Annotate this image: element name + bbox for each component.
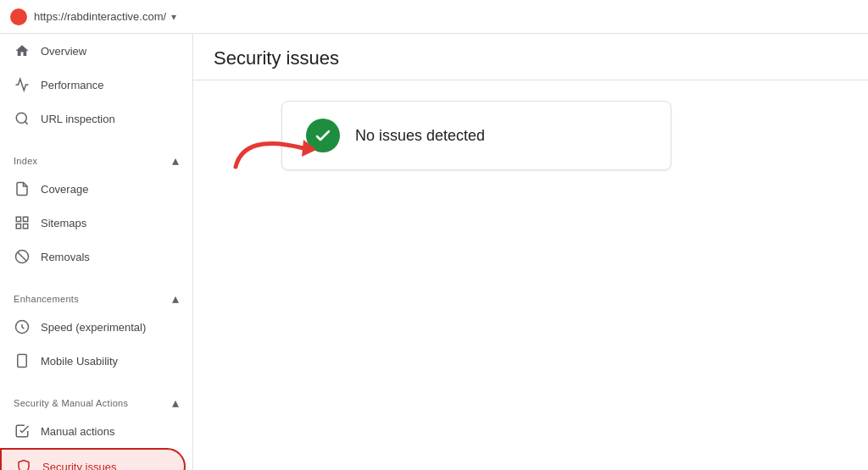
- performance-icon: [14, 76, 31, 93]
- performance-label: Performance: [41, 79, 103, 91]
- index-chevron[interactable]: ▴: [172, 152, 179, 169]
- check-circle: [306, 119, 340, 152]
- sidebar-item-removals[interactable]: Removals: [0, 240, 186, 274]
- overview-label: Overview: [41, 45, 86, 58]
- sidebar-item-coverage[interactable]: Coverage: [0, 172, 186, 206]
- speed-label: Speed (experimental): [41, 321, 146, 334]
- sitemaps-icon: [14, 214, 31, 231]
- sidebar-item-sitemaps[interactable]: Sitemaps: [0, 206, 186, 240]
- enhancements-section-header: Enhancements ▴: [0, 280, 192, 310]
- manual-actions-icon: [14, 423, 31, 440]
- home-icon: [14, 42, 31, 59]
- svg-line-1: [25, 121, 27, 124]
- site-url: https://rabdinteractive.com/: [34, 10, 166, 23]
- coverage-label: Coverage: [41, 183, 88, 196]
- removals-label: Removals: [41, 251, 90, 263]
- svg-rect-5: [16, 224, 20, 229]
- sidebar-item-url-inspection[interactable]: URL inspection: [0, 102, 186, 135]
- svg-line-7: [18, 252, 27, 262]
- sidebar-item-mobile[interactable]: Mobile Usability: [0, 344, 186, 378]
- security-section-header: Security & Manual Actions ▴: [0, 384, 192, 414]
- page-title: Security issues: [214, 47, 848, 69]
- sidebar-item-overview[interactable]: Overview: [0, 34, 186, 68]
- page-header: Security issues: [193, 34, 868, 80]
- mobile-icon: [14, 352, 31, 369]
- mobile-label: Mobile Usability: [41, 355, 118, 368]
- main-body: No issues detected: [193, 80, 868, 191]
- index-section-header: Index ▴: [0, 142, 192, 172]
- index-section-label: Index: [14, 156, 37, 166]
- coverage-icon: [14, 180, 31, 197]
- svg-rect-2: [16, 217, 20, 221]
- svg-point-0: [16, 113, 26, 123]
- sitemaps-label: Sitemaps: [41, 217, 86, 229]
- no-issues-card: No issues detected: [281, 101, 671, 170]
- shield-icon: [15, 458, 32, 470]
- site-logo: [10, 8, 27, 25]
- security-section-label: Security & Manual Actions: [14, 398, 128, 408]
- sidebar-item-speed[interactable]: Speed (experimental): [0, 310, 186, 344]
- url-chevron[interactable]: ▾: [171, 11, 176, 23]
- security-chevron[interactable]: ▴: [172, 395, 179, 411]
- removals-icon: [14, 248, 31, 265]
- enhancements-section-label: Enhancements: [14, 294, 79, 304]
- main-content: Security issues No issues detected: [193, 34, 868, 470]
- manual-actions-label: Manual actions: [41, 425, 114, 438]
- sidebar-item-manual-actions[interactable]: Manual actions: [0, 414, 186, 448]
- security-issues-label: Security issues: [42, 461, 116, 471]
- main-layout: Overview Performance URL inspection Inde…: [0, 34, 868, 470]
- enhancements-chevron[interactable]: ▴: [172, 290, 179, 307]
- speed-icon: [14, 318, 31, 335]
- svg-rect-4: [24, 224, 28, 229]
- no-issues-message: No issues detected: [355, 127, 485, 145]
- sidebar-item-performance[interactable]: Performance: [0, 68, 186, 102]
- svg-rect-3: [24, 217, 28, 221]
- sidebar: Overview Performance URL inspection Inde…: [0, 34, 193, 470]
- search-icon: [14, 110, 31, 127]
- top-bar: https://rabdinteractive.com/ ▾: [0, 0, 868, 34]
- sidebar-item-security-issues[interactable]: Security issues: [0, 448, 186, 470]
- url-inspection-label: URL inspection: [41, 113, 115, 125]
